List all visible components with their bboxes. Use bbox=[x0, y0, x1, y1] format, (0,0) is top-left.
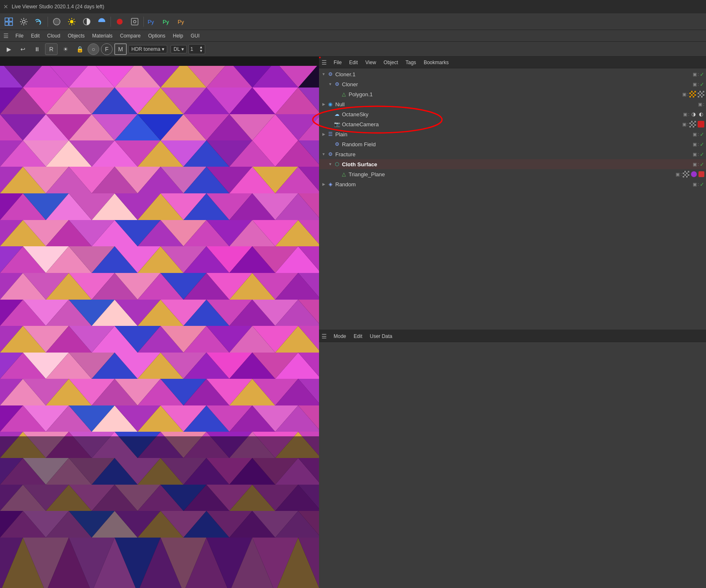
expand-icon[interactable]: ▼ bbox=[327, 81, 333, 87]
polygon-icon: △ bbox=[340, 90, 347, 98]
num-spinner[interactable]: ▲▼ bbox=[199, 45, 203, 53]
circle-solid-icon[interactable] bbox=[50, 15, 64, 29]
menu-gui[interactable]: GUI bbox=[187, 31, 203, 40]
pause-icon[interactable]: ⏸ bbox=[31, 43, 43, 55]
check-icon[interactable]: ✓ bbox=[700, 71, 704, 78]
close-button[interactable]: ✕ bbox=[3, 3, 8, 10]
svg-point-5 bbox=[53, 18, 60, 25]
camera-tag-icon: ▣ bbox=[682, 122, 686, 127]
svg-text:Py: Py bbox=[178, 19, 184, 25]
cloner1-label: Cloner.1 bbox=[335, 71, 693, 78]
play-icon[interactable]: ▶ bbox=[3, 43, 15, 55]
globe-icon[interactable]: ○ bbox=[88, 43, 99, 55]
menu-bar: ☰ File Edit Cloud Objects Materials Comp… bbox=[0, 30, 706, 42]
tree-actions: ▣ : bbox=[698, 102, 704, 107]
settings2-icon[interactable] bbox=[128, 15, 142, 29]
check-icon[interactable]: ✓ bbox=[700, 81, 704, 88]
tree-row-plain[interactable]: ▶ ☰ Plain ▣ : ✓ bbox=[319, 129, 706, 139]
expand-right-icon[interactable]: ▶ bbox=[321, 131, 327, 137]
hdr-label: HDR tonema bbox=[131, 46, 160, 52]
colon-icon: : bbox=[698, 132, 699, 137]
checker-tag bbox=[689, 121, 696, 128]
grid-icon[interactable] bbox=[2, 15, 16, 29]
wind-icon[interactable] bbox=[32, 15, 46, 29]
python3-icon[interactable]: Py bbox=[176, 15, 190, 29]
camera-tag-icon: ▣ bbox=[693, 182, 697, 187]
tree-row-triangleplane[interactable]: △ Triangle_Plane ▣ : bbox=[319, 169, 706, 179]
render-icon[interactable]: R bbox=[45, 43, 58, 55]
check-icon[interactable]: ✓ bbox=[700, 181, 704, 188]
bottom-mode[interactable]: Mode bbox=[330, 332, 349, 340]
tree-row-clothsurface[interactable]: ▼ ⬡ Cloth Surface ▣ : ✓ bbox=[319, 159, 706, 169]
right-menu-object[interactable]: Object bbox=[380, 58, 402, 67]
expand-icon[interactable]: ▼ bbox=[321, 71, 327, 77]
red-sq2-tag bbox=[698, 171, 704, 177]
gear-icon[interactable] bbox=[17, 15, 31, 29]
tree-row-octanesky[interactable]: ☁ OctaneSky ▣ : ◑ ◐ bbox=[319, 109, 706, 119]
check-icon[interactable]: ✓ bbox=[700, 141, 704, 148]
check-icon[interactable]: ✓ bbox=[700, 131, 704, 138]
expand-icon[interactable]: ▼ bbox=[321, 151, 327, 157]
python-icon[interactable]: Py bbox=[146, 15, 160, 29]
bottom-edit[interactable]: Edit bbox=[350, 332, 366, 340]
render-area bbox=[0, 66, 319, 588]
menu-options[interactable]: Options bbox=[145, 31, 168, 40]
main-area: ☰ File Edit View Object Tags Bookmarks ▼… bbox=[0, 57, 706, 588]
check-icon[interactable]: ✓ bbox=[700, 161, 704, 168]
hdr-dropdown[interactable]: HDR tonema ▾ bbox=[128, 45, 167, 53]
tree-row-cloner1[interactable]: ▼ ⚙ Cloner.1 ▣ : ✓ bbox=[319, 69, 706, 79]
checker-tag bbox=[683, 171, 689, 178]
right-hamburger-icon[interactable]: ☰ bbox=[322, 59, 327, 66]
sun-icon[interactable] bbox=[65, 15, 79, 29]
svg-point-9 bbox=[117, 19, 123, 25]
menu-help[interactable]: Help bbox=[169, 31, 186, 40]
expand-icon[interactable]: ▼ bbox=[327, 161, 333, 167]
menu-edit[interactable]: Edit bbox=[28, 31, 43, 40]
tree-row-octanecamera[interactable]: 📷 OctaneCamera ▣ : bbox=[319, 119, 706, 129]
lock-icon[interactable]: 🔒 bbox=[73, 43, 86, 55]
viewport-header bbox=[0, 57, 319, 66]
menu-file[interactable]: File bbox=[12, 31, 27, 40]
tree-row-polygon1[interactable]: △ Polygon.1 ▣ : bbox=[319, 89, 706, 99]
tree-actions: ▣ : ✓ bbox=[693, 161, 704, 168]
menu-materials[interactable]: Materials bbox=[89, 31, 116, 40]
title-bar: ✕ Live Viewer Studio 2020.1.4 (24 days l… bbox=[0, 0, 706, 13]
meter-icon[interactable]: M bbox=[114, 43, 127, 55]
svg-rect-3 bbox=[9, 22, 13, 25]
camera-tag-icon: ▣ bbox=[693, 82, 697, 87]
menu-objects[interactable]: Objects bbox=[64, 31, 88, 40]
tree-row-randomfield[interactable]: ⚙ Random Field ▣ : ✓ bbox=[319, 139, 706, 149]
bottom-hamburger-icon[interactable]: ☰ bbox=[322, 333, 327, 340]
python2-icon[interactable]: Py bbox=[161, 15, 175, 29]
menu-cloud[interactable]: Cloud bbox=[44, 31, 63, 40]
right-menu-bookmarks[interactable]: Bookmarks bbox=[420, 58, 452, 67]
right-panel: ☰ File Edit View Object Tags Bookmarks ▼… bbox=[319, 57, 706, 588]
svg-rect-303 bbox=[0, 436, 319, 588]
octanecamera-label: OctaneCamera bbox=[342, 121, 682, 128]
hamburger-icon[interactable]: ☰ bbox=[3, 33, 9, 39]
right-menu-tags[interactable]: Tags bbox=[402, 58, 420, 67]
tree-row-cloner[interactable]: ▼ ⚙ Cloner ▣ : ✓ bbox=[319, 79, 706, 89]
tree-row-fracture[interactable]: ▼ ⚙ Fracture ▣ : ✓ bbox=[319, 149, 706, 159]
expand-right-icon[interactable]: ▶ bbox=[321, 101, 327, 107]
light-icon[interactable]: ☀ bbox=[59, 43, 72, 55]
expand-right-icon[interactable]: ▶ bbox=[321, 181, 327, 187]
half-circle-icon[interactable] bbox=[95, 15, 109, 29]
menu-compare[interactable]: Compare bbox=[117, 31, 144, 40]
cloth-icon: ⬡ bbox=[333, 160, 341, 168]
focus-icon[interactable]: F bbox=[101, 43, 113, 55]
num-input[interactable]: 1 ▲▼ bbox=[188, 44, 205, 54]
contrast-icon[interactable] bbox=[80, 15, 94, 29]
tree-row-random[interactable]: ▶ ◈ Random ▣ : ✓ bbox=[319, 179, 706, 189]
right-menu-edit[interactable]: Edit bbox=[346, 58, 361, 67]
tree-row-null[interactable]: ▶ ◉ Null ▣ : bbox=[319, 99, 706, 109]
check-icon[interactable]: ✓ bbox=[700, 151, 704, 158]
dl-dropdown[interactable]: DL ▾ bbox=[171, 45, 186, 53]
record-icon[interactable] bbox=[113, 15, 127, 29]
bottom-menu: ☰ Mode Edit User Data bbox=[319, 330, 706, 342]
camera-tag-icon: ▣ bbox=[693, 72, 697, 77]
right-menu-view[interactable]: View bbox=[362, 58, 379, 67]
right-menu-file[interactable]: File bbox=[330, 58, 345, 67]
undo-icon[interactable]: ↩ bbox=[17, 43, 29, 55]
bottom-userdata[interactable]: User Data bbox=[367, 332, 396, 340]
